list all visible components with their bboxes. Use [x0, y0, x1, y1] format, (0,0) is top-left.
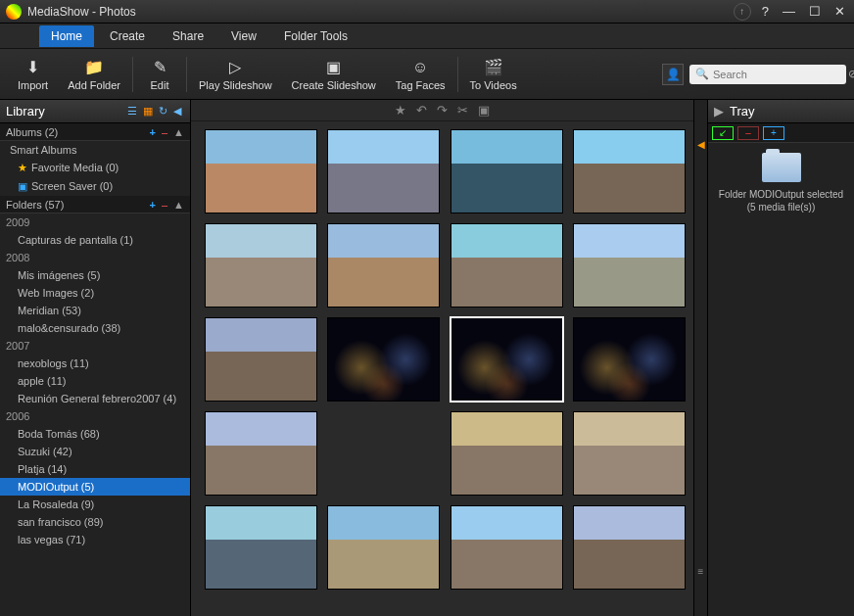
tray-remove-button[interactable]: –	[737, 126, 759, 140]
close-button[interactable]: ✕	[831, 4, 848, 19]
photo-thumbnail[interactable]	[205, 223, 317, 308]
play-slideshow-button[interactable]: ▷Play Slideshow	[189, 56, 282, 93]
add-folder-tree-icon[interactable]: +	[150, 199, 156, 211]
collapse-icon[interactable]: ▲	[173, 199, 184, 211]
tab-view[interactable]: View	[219, 25, 268, 47]
photo-thumbnail[interactable]	[573, 223, 686, 308]
view-grid-icon[interactable]: ▦	[143, 105, 153, 118]
tree-item[interactable]: Web Images (2)	[0, 284, 190, 302]
crop-icon[interactable]: ✂	[457, 103, 468, 118]
photo-thumbnail[interactable]	[205, 317, 317, 402]
tree-item[interactable]: Meridian (53)	[0, 302, 190, 319]
photo-thumbnail[interactable]	[327, 223, 440, 308]
refresh-icon[interactable]: ↻	[159, 105, 167, 118]
separator	[186, 57, 187, 92]
search-box[interactable]: 🔍 ⊘	[689, 65, 846, 84]
create-slideshow-button[interactable]: ▣Create Slideshow	[282, 56, 386, 93]
albums-section-header[interactable]: Albums (2) + – ▲	[0, 123, 190, 141]
tree-item[interactable]: Capturas de pantalla (1)	[0, 231, 190, 249]
play-slideshow-icon: ▷	[229, 58, 241, 77]
year-2008[interactable]: 2008	[0, 249, 190, 266]
stack-icon[interactable]: ▣	[478, 103, 490, 118]
upload-icon[interactable]: ↑	[734, 3, 751, 21]
tray-add-button[interactable]: ↙	[712, 126, 734, 140]
thumbnail-grid-scroll[interactable]	[191, 121, 693, 616]
thumbnail-toolbar: ★ ↶ ↷ ✂ ▣	[191, 100, 693, 121]
photo-thumbnail[interactable]	[573, 411, 686, 496]
to-videos-button[interactable]: 🎬To Videos	[460, 56, 527, 93]
tree-item[interactable]: las vegas (71)	[0, 531, 190, 548]
photo-thumbnail[interactable]	[451, 129, 563, 213]
photo-thumbnail[interactable]	[573, 505, 686, 590]
add-folder-icon: 📁	[84, 58, 104, 77]
tray-title: Tray	[730, 104, 755, 118]
year-2006[interactable]: 2006	[0, 407, 190, 425]
year-2007[interactable]: 2007	[0, 337, 190, 355]
photo-thumbnail[interactable]	[573, 317, 686, 402]
tree-item[interactable]: Platja (14)	[0, 460, 190, 478]
photo-thumbnail[interactable]	[205, 411, 317, 496]
favorite-media-label: Favorite Media (0)	[31, 162, 119, 173]
favorite-icon[interactable]: ★	[395, 103, 406, 118]
photo-thumbnail-selected[interactable]	[451, 317, 563, 402]
tree-item[interactable]: La Rosaleda (9)	[0, 496, 190, 513]
clear-search-icon[interactable]: ⊘	[848, 68, 854, 80]
year-2009[interactable]: 2009	[0, 213, 190, 231]
photo-thumbnail[interactable]	[327, 129, 440, 213]
photo-thumbnail[interactable]	[327, 505, 440, 590]
add-folder-label: Add Folder	[68, 79, 120, 91]
tree-item-selected[interactable]: MODIOutput (5)	[0, 478, 190, 496]
import-button[interactable]: ⬇Import	[8, 56, 58, 93]
add-folder-button[interactable]: 📁Add Folder	[58, 56, 130, 93]
tree-item[interactable]: Boda Tomás (68)	[0, 425, 190, 443]
view-list-icon[interactable]: ☰	[127, 105, 137, 118]
expand-tray-icon[interactable]: ▶	[714, 104, 724, 118]
strip-handle-icon[interactable]: ≡	[698, 566, 704, 577]
rotate-left-icon[interactable]: ↶	[416, 103, 427, 118]
remove-album-icon[interactable]: –	[162, 126, 167, 138]
tree-item[interactable]: malo&censurado (38)	[0, 319, 190, 337]
tray-header: ▶ Tray	[708, 100, 854, 123]
rotate-right-icon[interactable]: ↷	[437, 103, 448, 118]
photo-thumbnail[interactable]	[327, 317, 440, 402]
tag-faces-button[interactable]: ☺Tag Faces	[386, 56, 455, 93]
folder-icon[interactable]	[762, 153, 801, 182]
edit-button[interactable]: ✎Edit	[135, 56, 184, 93]
toolbar: ⬇Import 📁Add Folder ✎Edit ▷Play Slidesho…	[0, 49, 854, 100]
marker-icon[interactable]: ◀	[697, 139, 705, 150]
photo-thumbnail[interactable]	[451, 411, 563, 496]
folders-label: Folders (57)	[6, 199, 150, 211]
collapse-panel-icon[interactable]: ◀	[173, 105, 181, 118]
tree-item[interactable]: san francisco (89)	[0, 513, 190, 531]
tab-create[interactable]: Create	[98, 25, 157, 47]
search-input[interactable]	[713, 69, 848, 80]
photo-thumbnail[interactable]	[451, 223, 563, 308]
minimize-button[interactable]: —	[780, 4, 798, 19]
photo-thumbnail[interactable]	[205, 505, 317, 590]
tab-folder-tools[interactable]: Folder Tools	[272, 25, 359, 47]
library-header: Library ☰ ▦ ↻ ◀	[0, 100, 190, 123]
photo-thumbnail[interactable]	[205, 129, 317, 213]
collapse-icon[interactable]: ▲	[173, 126, 184, 138]
tab-share[interactable]: Share	[161, 25, 215, 47]
profile-button[interactable]: 👤	[662, 64, 684, 85]
photo-thumbnail[interactable]	[451, 505, 563, 590]
favorite-media-item[interactable]: ★Favorite Media (0)	[0, 159, 190, 177]
remove-folder-tree-icon[interactable]: –	[162, 199, 167, 211]
tree-item[interactable]: Reunión General febrero2007 (4)	[0, 390, 190, 407]
folders-section-header[interactable]: Folders (57) + – ▲	[0, 196, 190, 213]
tab-home[interactable]: Home	[39, 25, 94, 47]
tag-faces-label: Tag Faces	[396, 79, 446, 91]
maximize-button[interactable]: ☐	[806, 4, 824, 19]
tray-new-button[interactable]: +	[763, 126, 784, 140]
tree-item[interactable]: Mis imágenes (5)	[0, 266, 190, 284]
screen-saver-item[interactable]: ▣Screen Saver (0)	[0, 177, 190, 196]
tree-item[interactable]: apple (11)	[0, 372, 190, 390]
tree-item[interactable]: nexoblogs (11)	[0, 355, 190, 372]
tree-item[interactable]: Suzuki (42)	[0, 443, 190, 460]
play-slideshow-label: Play Slideshow	[199, 79, 272, 91]
help-button[interactable]: ?	[759, 4, 772, 19]
photo-thumbnail[interactable]	[573, 129, 686, 213]
smart-albums-item[interactable]: Smart Albums	[0, 141, 190, 159]
add-album-icon[interactable]: +	[150, 126, 156, 138]
